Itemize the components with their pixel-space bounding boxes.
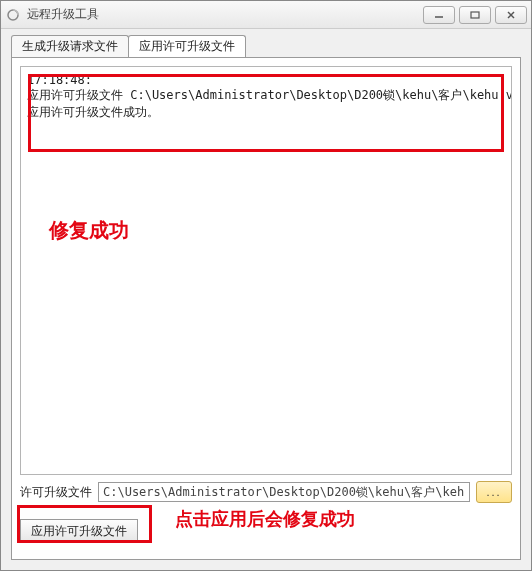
maximize-icon	[470, 11, 480, 19]
path-row: 许可升级文件 ...	[20, 481, 512, 503]
svg-rect-2	[471, 12, 479, 18]
titlebar: 远程升级工具	[1, 1, 531, 29]
minimize-button[interactable]	[423, 6, 455, 24]
apply-row: 应用许可升级文件 点击应用后会修复成功	[20, 511, 512, 551]
path-input[interactable]	[98, 482, 470, 502]
tab-panel-apply: 17:18:48: 应用许可升级文件 C:\Users\Administrato…	[11, 57, 521, 560]
close-icon	[506, 11, 516, 19]
minimize-icon	[434, 11, 444, 19]
log-textarea[interactable]: 17:18:48: 应用许可升级文件 C:\Users\Administrato…	[20, 66, 512, 475]
path-label: 许可升级文件	[20, 484, 92, 501]
annotation-hint: 点击应用后会修复成功	[175, 509, 355, 529]
annotation-box-log	[28, 74, 504, 152]
app-icon	[5, 7, 21, 23]
client-area: 生成升级请求文件 应用许可升级文件 17:18:48: 应用许可升级文件 C:\…	[1, 29, 531, 570]
maximize-button[interactable]	[459, 6, 491, 24]
tab-generate[interactable]: 生成升级请求文件	[11, 35, 129, 57]
window-controls	[423, 6, 527, 24]
window-title: 远程升级工具	[27, 6, 423, 23]
annotation-box-apply	[17, 505, 152, 543]
annotation-success: 修复成功	[49, 217, 129, 244]
browse-button[interactable]: ...	[476, 481, 512, 503]
tab-apply[interactable]: 应用许可升级文件	[128, 35, 246, 57]
close-button[interactable]	[495, 6, 527, 24]
tab-bar: 生成升级请求文件 应用许可升级文件	[11, 35, 521, 57]
main-window: 远程升级工具 生成升级请求文件 应用许可升级文件 17:18:48: 应用许可升…	[0, 0, 532, 571]
